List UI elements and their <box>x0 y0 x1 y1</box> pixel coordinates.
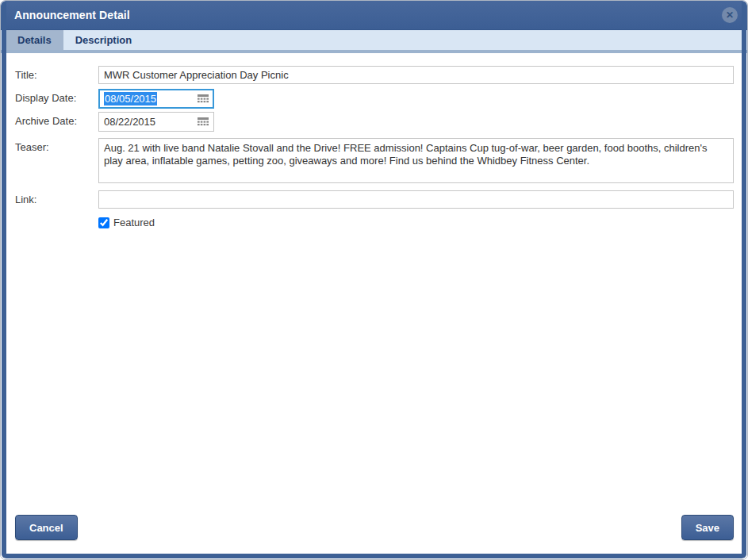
display-date-row: Display Date: 08/05/2015 <box>15 89 734 109</box>
tab-description-label: Description <box>75 34 132 46</box>
teaser-input[interactable]: Aug. 21 with live band Natalie Stovall a… <box>98 138 734 183</box>
link-row: Link: <box>15 190 734 209</box>
teaser-row: Teaser: Aug. 21 with live band Natalie S… <box>15 138 734 186</box>
title-row: Title: <box>15 66 734 84</box>
close-icon[interactable]: ✕ <box>722 7 738 23</box>
link-label: Link: <box>15 190 98 205</box>
tab-details-label: Details <box>17 34 52 46</box>
display-date-value: 08/05/2015 <box>104 92 157 105</box>
archive-date-label: Archive Date: <box>15 112 98 127</box>
featured-checkbox[interactable] <box>98 217 109 228</box>
tab-details[interactable]: Details <box>6 30 63 50</box>
featured-label-text: Featured <box>113 217 155 228</box>
cancel-button[interactable]: Cancel <box>15 515 78 540</box>
content-spacer <box>15 228 734 515</box>
title-input[interactable] <box>98 66 734 84</box>
archive-date-row: Archive Date: 08/22/2015 <box>15 112 734 132</box>
archive-date-input[interactable]: 08/22/2015 <box>98 112 214 132</box>
display-date-input[interactable]: 08/05/2015 <box>98 89 214 109</box>
save-button[interactable]: Save <box>681 515 734 540</box>
featured-row: Featured <box>15 217 734 228</box>
title-label: Title: <box>15 66 98 81</box>
dialog-title: Announcement Detail <box>14 9 130 21</box>
featured-checkbox-label: Featured <box>98 217 155 228</box>
teaser-label: Teaser: <box>15 138 98 153</box>
display-date-label: Display Date: <box>15 89 98 104</box>
link-input[interactable] <box>98 190 734 209</box>
dialog-titlebar: Announcement Detail ✕ <box>1 1 747 30</box>
calendar-icon[interactable] <box>198 94 209 104</box>
tabstrip: Details Description <box>1 30 747 53</box>
calendar-icon[interactable] <box>198 117 209 127</box>
announcement-detail-dialog: Announcement Detail ✕ Details Descriptio… <box>0 0 748 560</box>
tab-description[interactable]: Description <box>63 30 144 50</box>
archive-date-value: 08/22/2015 <box>104 116 155 128</box>
dialog-footer: Cancel Save <box>15 515 734 547</box>
details-form: Title: Display Date: 08/05/2015 <box>1 53 747 559</box>
